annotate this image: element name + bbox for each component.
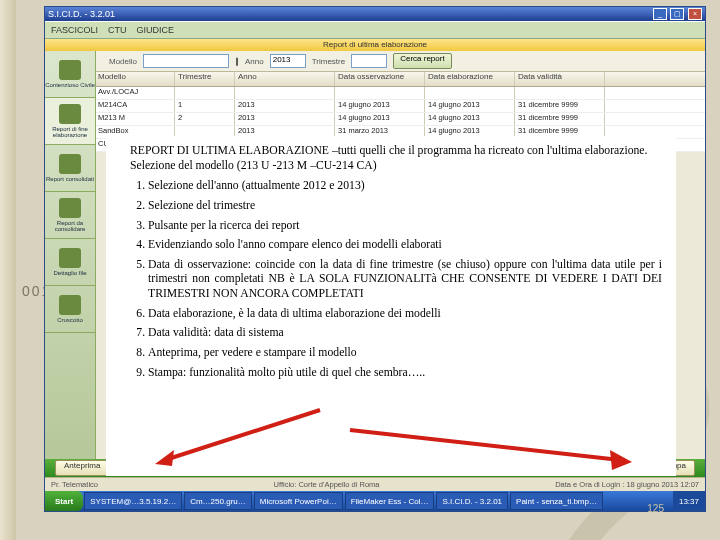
col-data-validita[interactable]: Data validità — [515, 72, 605, 86]
taskbar-button[interactable]: S.I.CI.D. - 3.2.01 — [436, 492, 508, 510]
col-trimestre[interactable]: Trimestre — [175, 72, 235, 86]
menu-giudice[interactable]: GIUDICE — [137, 25, 175, 35]
sidebar-item[interactable]: Cruscotto — [45, 286, 95, 333]
window-title: S.I.CI.D. - 3.2.01 — [48, 9, 115, 19]
col-modello[interactable]: Modello — [95, 72, 175, 86]
sidebar-label: Report da consolidare — [45, 220, 95, 232]
svg-marker-1 — [155, 450, 174, 466]
sidebar-icon — [59, 154, 81, 174]
list-item: Evidenziando solo l'anno compare elenco … — [148, 238, 662, 253]
sidebar-item[interactable]: Dettaglio file — [45, 239, 95, 286]
arrow-stampa — [340, 420, 640, 480]
minimize-button[interactable]: _ — [653, 8, 667, 20]
start-button[interactable]: Start — [45, 491, 83, 511]
table-row[interactable]: Avv./LOCAJ — [95, 87, 705, 100]
list-item: Selezione dell'anno (attualmente 2012 e … — [148, 179, 662, 194]
sidebar-icon — [59, 198, 81, 218]
anno-select[interactable]: 2013 — [270, 54, 306, 68]
sidebar-label: Contenzioso Civile — [45, 82, 95, 88]
trimestre-select[interactable] — [351, 54, 387, 68]
svg-line-0 — [165, 410, 320, 460]
taskbar-button[interactable]: SYSTEM@…3.5.19.2… — [84, 492, 182, 510]
svg-line-2 — [350, 430, 620, 460]
sidebar-item[interactable]: Report di fine elaborazione — [45, 98, 95, 145]
taskbar-button[interactable]: Microsoft PowerPoi… — [254, 492, 343, 510]
divider-icon: ∥ — [235, 57, 239, 66]
sidebar-label: Report di fine elaborazione — [45, 126, 95, 138]
taskbar-button[interactable]: Paint - senza_ti.bmp… — [510, 492, 603, 510]
col-anno[interactable]: Anno — [235, 72, 335, 86]
taskbar-button[interactable]: Cm…250.gru… — [184, 492, 252, 510]
col-data-osservazione[interactable]: Data osservazione — [335, 72, 425, 86]
clock: 13:37 — [679, 497, 699, 506]
trimestre-label: Trimestre — [312, 57, 345, 66]
list-item: Data elaborazione, è la data di ultima e… — [148, 307, 662, 322]
sidebar: Contenzioso CivileReport di fine elabora… — [45, 51, 96, 491]
list-item: Stampa: funzionalità molto più utile di … — [148, 366, 662, 381]
cerca-report-button[interactable]: Cerca report — [393, 53, 451, 69]
taskbar: Start SYSTEM@…3.5.19.2…Cm…250.gru…Micros… — [45, 491, 705, 511]
list-item: Data validità: data di sistema — [148, 326, 662, 341]
sidebar-label: Cruscotto — [57, 317, 83, 323]
menu-fascicoli[interactable]: FASCICOLI — [51, 25, 98, 35]
modello-select[interactable] — [143, 54, 229, 68]
table-row[interactable]: M214CA1201314 giugno 201314 giugno 20133… — [95, 100, 705, 113]
list-item: Data di osservazione: coincide con la da… — [148, 258, 662, 302]
sidebar-icon — [59, 60, 81, 80]
sidebar-label: Dettaglio file — [53, 270, 86, 276]
modello-label: Modello — [109, 57, 137, 66]
sidebar-item[interactable]: Report da consolidare — [45, 192, 95, 239]
sidebar-icon — [59, 104, 81, 124]
maximize-button[interactable]: ▢ — [670, 8, 684, 20]
list-item: Selezione del trimestre — [148, 199, 662, 214]
overlay-title: REPORT DI ULTIMA ELABORAZIONE –tutti que… — [124, 144, 662, 173]
arrow-anteprima — [150, 400, 370, 480]
close-button[interactable]: × — [688, 8, 702, 20]
grid-header: Modello Trimestre Anno Data osservazione… — [45, 72, 705, 87]
list-item: Pulsante per la ricerca dei report — [148, 219, 662, 234]
anteprima-button[interactable]: Anteprima — [55, 460, 109, 476]
svg-marker-3 — [610, 450, 632, 470]
titlebar: S.I.CI.D. - 3.2.01 _ ▢ × — [45, 7, 705, 21]
system-tray[interactable]: 13:37 — [673, 491, 705, 511]
menu-ctu[interactable]: CTU — [108, 25, 127, 35]
sidebar-label: Report consolidati — [46, 176, 94, 182]
status-right: Data e Ora di Login : 18 giugno 2013 12:… — [555, 480, 699, 489]
filter-bar: Modello ∥ Anno 2013 Trimestre Cerca repo… — [45, 51, 705, 72]
table-row[interactable]: M213 M2201314 giugno 201314 giugno 20133… — [95, 113, 705, 126]
sidebar-item[interactable]: Report consolidati — [45, 145, 95, 192]
status-mid: Ufficio: Corte d'Appello di Roma — [274, 480, 380, 489]
sidebar-icon — [59, 295, 81, 315]
section-header: Report di ultima elaborazione — [45, 39, 705, 51]
list-item: Anteprima, per vedere e stampare il mode… — [148, 346, 662, 361]
col-data-elaborazione[interactable]: Data elaborazione — [425, 72, 515, 86]
sidebar-icon — [59, 248, 81, 268]
slide-number: 125 — [647, 503, 664, 514]
menu-toolbar: FASCICOLI CTU GIUDICE — [45, 21, 705, 39]
anno-label: Anno — [245, 57, 264, 66]
taskbar-button[interactable]: FileMaker Ess - Col… — [345, 492, 435, 510]
sidebar-item[interactable]: Contenzioso Civile — [45, 51, 95, 98]
status-left: Pr. Telematico — [51, 480, 98, 489]
